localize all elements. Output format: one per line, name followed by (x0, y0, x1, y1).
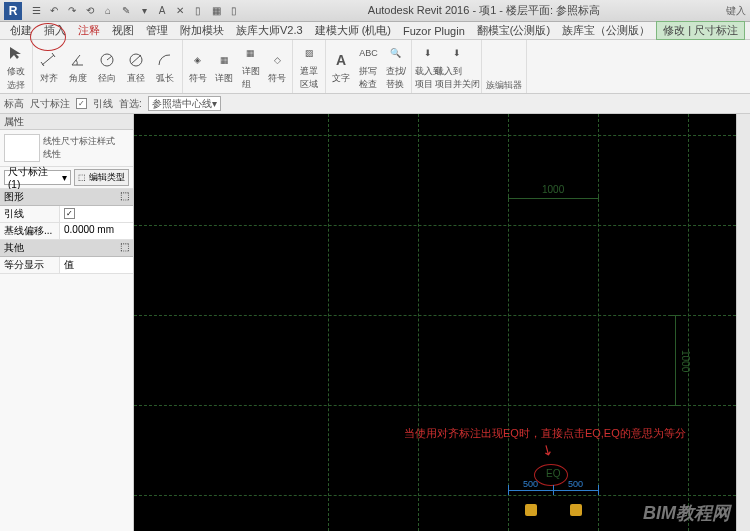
quick-access-toolbar: ☰ ↶ ↷ ⟲ ⌂ ✎ ▾ A ✕ ▯ ▦ ▯ (28, 3, 242, 19)
mask-icon: ▨ (298, 42, 320, 64)
sub-dim-value-right[interactable]: 500 (568, 479, 583, 489)
lock-icon[interactable] (525, 504, 537, 516)
dim-tick (508, 194, 509, 202)
aligned-icon (38, 49, 60, 71)
instance-dropdown[interactable]: 尺寸标注 (1) ▾ (4, 170, 71, 185)
dim-tick (671, 315, 679, 316)
svg-line-0 (42, 55, 54, 65)
properties-header: 属性 (0, 114, 133, 130)
offset-value[interactable]: 0.0000 mm (60, 223, 133, 239)
arrow-icon: ↘ (539, 440, 557, 460)
qat-icon[interactable]: A (154, 3, 170, 19)
ribbon-group-load: ⬇载入到 项目 ⬇载入到 项目并关闭 (412, 40, 482, 93)
detail-button[interactable]: ▦详图 (212, 49, 238, 85)
sub-dim-tick (598, 485, 599, 495)
app-icon[interactable]: R (4, 2, 22, 20)
ribbon-group-region: ▨遮罩 区域 (293, 40, 326, 93)
load-close-button[interactable]: ⬇载入到 项目并关闭 (443, 42, 471, 91)
tab-fuzor[interactable]: Fuzor Plugin (397, 24, 471, 38)
tab-modify-dimension[interactable]: 修改 | 尺寸标注 (656, 21, 745, 40)
qat-icon[interactable]: ⌂ (100, 3, 116, 19)
grid-line (134, 495, 736, 496)
arc-button[interactable]: 弧长 (151, 49, 179, 85)
arc-icon (154, 49, 176, 71)
prop-section-graphics[interactable]: 图形⬚ (0, 189, 133, 206)
undo-icon[interactable]: ↶ (46, 3, 62, 19)
search-hint[interactable]: 键入 (726, 4, 746, 18)
find-icon: 🔍 (385, 42, 407, 64)
spell-button[interactable]: ABC拼写 检查 (355, 42, 381, 91)
annotation-circle-align (30, 23, 66, 51)
detail-icon: ▦ (213, 49, 235, 71)
qat-menu-icon[interactable]: ☰ (28, 3, 44, 19)
titlebar: R ☰ ↶ ↷ ⟲ ⌂ ✎ ▾ A ✕ ▯ ▦ ▯ Autodesk Revit… (0, 0, 750, 22)
symbol-button[interactable]: ◈符号 (185, 49, 211, 85)
ribbon-tabs: 创建 插入 注释 视图 管理 附加模块 族库大师V2.3 建模大师 (机电) F… (0, 22, 750, 40)
dimension-line-v[interactable] (675, 315, 676, 405)
tab-plugin3[interactable]: 翻模宝(公测版) (471, 22, 556, 39)
text-button[interactable]: A文字 (328, 49, 354, 85)
tab-annotate[interactable]: 注释 (72, 22, 106, 39)
text-icon: A (330, 49, 352, 71)
qat-icon[interactable]: ▦ (208, 3, 224, 19)
ribbon-group-detail: ◈符号 ▦详图 ▦详图 组 ◇符号 (183, 40, 293, 93)
redo-icon[interactable]: ↷ (64, 3, 80, 19)
dimension-value-h[interactable]: 1000 (542, 184, 564, 195)
prop-row-eq: 等分显示值 (0, 257, 133, 274)
prop-row-leader: 引线✓ (0, 206, 133, 223)
aligned-button[interactable]: 对齐 (35, 49, 63, 85)
find-button[interactable]: 🔍查找/ 替换 (383, 42, 409, 91)
optbar-label1: 标高 (4, 97, 24, 111)
diameter-icon (125, 49, 147, 71)
leader-value-checkbox[interactable]: ✓ (60, 206, 133, 222)
leader-checkbox[interactable]: ✓ (76, 98, 87, 109)
eq-label[interactable]: EQ (546, 468, 560, 479)
tab-plugin2[interactable]: 建模大师 (机电) (309, 22, 397, 39)
tab-addins[interactable]: 附加模块 (174, 22, 230, 39)
workspace: 属性 线性尺寸标注样式 线性 尺寸标注 (1) ▾ ⬚ 编辑类型 图形⬚ 引线✓… (0, 114, 750, 531)
lock-icon[interactable] (570, 504, 582, 516)
sub-dim-tick (553, 485, 554, 495)
annotation-text: 当使用对齐标注出现EQ时，直接点击EQ,EQ的意思为等分 (404, 426, 686, 441)
diameter-button[interactable]: 直径 (122, 49, 150, 85)
ribbon-group-editor: 族编辑器 (482, 40, 527, 93)
mask-region-button[interactable]: ▨遮罩 区域 (295, 42, 323, 91)
qat-icon[interactable]: ▯ (226, 3, 242, 19)
qat-icon[interactable]: ⟲ (82, 3, 98, 19)
sub-dim-value-left[interactable]: 500 (523, 479, 538, 489)
cursor-icon (5, 42, 27, 64)
group-icon: ▦ (240, 42, 262, 64)
optbar-label2: 尺寸标注 (30, 97, 70, 111)
ribbon-group-select: 修改 选择 (0, 40, 33, 93)
window-title: Autodesk Revit 2016 - 项1 - 楼层平面: 参照标高 (242, 3, 726, 18)
prefer-label: 首选: (119, 97, 142, 111)
angular-button[interactable]: 角度 (64, 49, 92, 85)
prop-row-offset: 基线偏移...0.0000 mm (0, 223, 133, 240)
grid-line (508, 114, 509, 531)
spell-icon: ABC (357, 42, 379, 64)
eq-value[interactable]: 值 (60, 257, 133, 273)
tab-view[interactable]: 视图 (106, 22, 140, 39)
tab-plugin1[interactable]: 族库大师V2.3 (230, 22, 309, 39)
prefer-dropdown[interactable]: 参照墙中心线 ▾ (148, 96, 221, 111)
prop-section-other[interactable]: 其他⬚ (0, 240, 133, 257)
watermark: BIM教程网 (643, 501, 730, 525)
grid-line (328, 114, 329, 531)
dimension-line-h[interactable] (508, 198, 598, 199)
radial-button[interactable]: 径向 (93, 49, 121, 85)
tab-manage[interactable]: 管理 (140, 22, 174, 39)
edit-type-button[interactable]: ⬚ 编辑类型 (74, 169, 129, 186)
detail-group-button[interactable]: ▦详图 组 (238, 42, 264, 91)
qat-icon[interactable]: ✎ (118, 3, 134, 19)
qat-icon[interactable]: ▾ (136, 3, 152, 19)
qat-icon[interactable]: ✕ (172, 3, 188, 19)
tab-plugin4[interactable]: 族库宝（公测版） (556, 22, 656, 39)
modify-button[interactable]: 修改 (2, 42, 30, 78)
drawing-canvas[interactable]: 1000 1000 当使用对齐标注出现EQ时，直接点击EQ,EQ的意思为等分 ↘… (134, 114, 736, 531)
symbol2-button[interactable]: ◇符号 (265, 49, 291, 85)
type-selector[interactable]: 线性尺寸标注样式 线性 (0, 130, 133, 167)
vertical-scrollbar[interactable] (736, 114, 750, 531)
ribbon-group-text: A文字 ABC拼写 检查 🔍查找/ 替换 (326, 40, 412, 93)
qat-icon[interactable]: ▯ (190, 3, 206, 19)
dimension-value-v[interactable]: 1000 (680, 350, 691, 372)
